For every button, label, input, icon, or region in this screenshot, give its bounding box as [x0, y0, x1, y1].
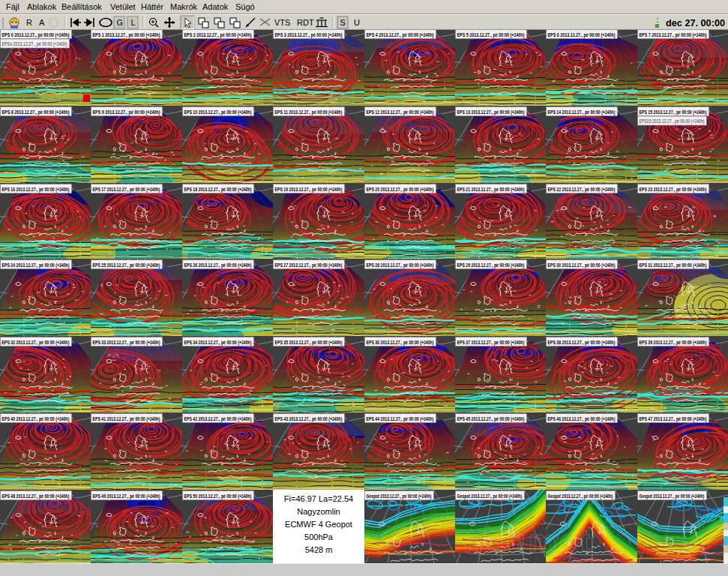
svg-text:EPS 18 2013.12.27., pé 00:00 (: EPS 18 2013.12.27., pé 00:00 (+240h)	[184, 186, 252, 193]
svg-text:EPS 23 2013.12.27., pé 00:00 (: EPS 23 2013.12.27., pé 00:00 (+240h)	[640, 186, 707, 193]
svg-text:EPS 31 2013.12.27., pé 00:00 (: EPS 31 2013.12.27., pé 00:00 (+240h)	[640, 262, 707, 268]
svg-text:EPS 45 2013.12.27., pé 00:00 (: EPS 45 2013.12.27., pé 00:00 (+240h)	[457, 416, 525, 422]
svg-text:EPS 0 2013.12.27., pé 00:00 (+: EPS 0 2013.12.27., pé 00:00 (+240h)	[2, 32, 70, 38]
svg-text:dec 27. 00:00: dec 27. 00:00	[666, 18, 725, 28]
svg-text:EPS 4 2013.12.27., pé 00:00 (+: EPS 4 2013.12.27., pé 00:00 (+240h)	[367, 32, 434, 38]
svg-text:EPS 40 2013.12.27., pé 00:00 (: EPS 40 2013.12.27., pé 00:00 (+240h)	[2, 416, 70, 422]
svg-text:EPS 15 2013.12.27., pé 00:00 (: EPS 15 2013.12.27., pé 00:00 (+240h)	[640, 109, 707, 116]
svg-text:EPS 5 2013.12.27., pé 00:00 (+: EPS 5 2013.12.27., pé 00:00 (+240h)	[457, 32, 525, 38]
svg-text:EPS 26 2013.12.27., pé 00:00 (: EPS 26 2013.12.27., pé 00:00 (+240h)	[184, 262, 252, 268]
svg-text:EPS 6 2013.12.27., pé 00:00 (+: EPS 6 2013.12.27., pé 00:00 (+240h)	[548, 32, 616, 38]
svg-text:EPS 32 2013.12.27., pé 00:00 (: EPS 32 2013.12.27., pé 00:00 (+240h)	[2, 339, 70, 346]
svg-text:U: U	[354, 18, 360, 27]
svg-text:EPS 48 2013.12.27., pé 00:00 (: EPS 48 2013.12.27., pé 00:00 (+240h)	[2, 493, 70, 500]
svg-text:S: S	[340, 18, 346, 27]
svg-text:EPS 39 2013.12.27., pé 00:00 (: EPS 39 2013.12.27., pé 00:00 (+240h)	[640, 339, 707, 346]
svg-text:EPS 38 2013.12.27., pé 00:00 (: EPS 38 2013.12.27., pé 00:00 (+240h)	[548, 339, 616, 346]
svg-text:EPS 19 2013.12.27., pé 00:00 (: EPS 19 2013.12.27., pé 00:00 (+240h)	[275, 186, 343, 193]
svg-text:EPS 14 2013.12.27., pé 00:00 (: EPS 14 2013.12.27., pé 00:00 (+240h)	[548, 109, 616, 116]
svg-text:R: R	[26, 18, 32, 27]
svg-text:EPS 24 2013.12.27., pé 00:00 (: EPS 24 2013.12.27., pé 00:00 (+240h)	[2, 262, 70, 268]
svg-text:Geopot 2013.12.27., pé 00:00 (: Geopot 2013.12.27., pé 00:00 (+240h)	[548, 493, 613, 500]
svg-text:EPS 44 2013.12.27., pé 00:00 (: EPS 44 2013.12.27., pé 00:00 (+240h)	[367, 416, 434, 422]
svg-text:EPS 47 2013.12.27., pé 00:00 (: EPS 47 2013.12.27., pé 00:00 (+240h)	[640, 416, 707, 422]
svg-text:EPS 28 2013.12.27., pé 00:00 (: EPS 28 2013.12.27., pé 00:00 (+240h)	[367, 262, 434, 268]
svg-text:EPS 20 2013.12.27., pé 00:00 (: EPS 20 2013.12.27., pé 00:00 (+240h)	[367, 186, 434, 193]
svg-text:EPS 16 2013.12.27., pé 00:00 (: EPS 16 2013.12.27., pé 00:00 (+240h)	[2, 186, 70, 193]
svg-text:EPS 17 2013.12.27., pé 00:00 (: EPS 17 2013.12.27., pé 00:00 (+240h)	[93, 186, 160, 193]
svg-text:Geopot 2013.12.27., pé 00:00 (: Geopot 2013.12.27., pé 00:00 (+240h)	[457, 493, 523, 500]
svg-text:EPS 25 2013.12.27., pé 00:00 (: EPS 25 2013.12.27., pé 00:00 (+240h)	[93, 262, 160, 268]
svg-text:EPS 13 2013.12.27., pé 00:00 (: EPS 13 2013.12.27., pé 00:00 (+240h)	[457, 109, 525, 116]
svg-text:EPS 46 2013.12.27., pé 00:00 (: EPS 46 2013.12.27., pé 00:00 (+240h)	[548, 416, 616, 422]
svg-text:RDT: RDT	[297, 18, 314, 27]
svg-text:EPS 34 2013.12.27., pé 00:00 (: EPS 34 2013.12.27., pé 00:00 (+240h)	[184, 339, 252, 346]
svg-text:Geopot 2013.12.27., pé 00:00 (: Geopot 2013.12.27., pé 00:00 (+240h)	[640, 493, 705, 500]
svg-text:EPS15 2013.12.27., pé 00:00 (+: EPS15 2013.12.27., pé 00:00 (+240h)	[640, 118, 705, 124]
svg-text:EPS 10 2013.12.27., pé 00:00 (: EPS 10 2013.12.27., pé 00:00 (+240h)	[184, 109, 252, 116]
svg-text:EPS 2 2013.12.27., pé 00:00 (+: EPS 2 2013.12.27., pé 00:00 (+240h)	[184, 32, 252, 38]
svg-text:EPS 50 2013.12.27., pé 00:00 (: EPS 50 2013.12.27., pé 00:00 (+240h)	[184, 493, 252, 500]
svg-text:EPS 29 2013.12.27., pé 00:00 (: EPS 29 2013.12.27., pé 00:00 (+240h)	[457, 262, 525, 268]
svg-text:EPS 9 2013.12.27., pé 00:00 (+: EPS 9 2013.12.27., pé 00:00 (+240h)	[93, 109, 160, 116]
svg-text:EPS 12 2013.12.27., pé 00:00 (: EPS 12 2013.12.27., pé 00:00 (+240h)	[367, 109, 434, 116]
svg-text:VTS: VTS	[274, 18, 290, 27]
svg-text:EPS 7 2013.12.27., pé 00:00 (+: EPS 7 2013.12.27., pé 00:00 (+240h)	[640, 32, 707, 38]
svg-text:EPS 30 2013.12.27., pé 00:00 (: EPS 30 2013.12.27., pé 00:00 (+240h)	[548, 262, 616, 268]
svg-text:L: L	[131, 18, 136, 27]
svg-text:EPS 42 2013.12.27., pé 00:00 (: EPS 42 2013.12.27., pé 00:00 (+240h)	[184, 416, 252, 422]
svg-text:EPSo 2013.12.27., pé 00:00 (+2: EPSo 2013.12.27., pé 00:00 (+240h)	[2, 40, 67, 47]
svg-text:EPS 36 2013.12.27., pé 00:00 (: EPS 36 2013.12.27., pé 00:00 (+240h)	[367, 339, 434, 346]
svg-text:EPS 43 2013.12.27., pé 00:00 (: EPS 43 2013.12.27., pé 00:00 (+240h)	[275, 416, 343, 422]
svg-text:neumet: neumet	[463, 524, 593, 559]
svg-text:A: A	[39, 18, 45, 27]
svg-text:EPS 3 2013.12.27., pé 00:00 (+: EPS 3 2013.12.27., pé 00:00 (+240h)	[275, 32, 343, 38]
svg-text:EPS 33 2013.12.27., pé 00:00 (: EPS 33 2013.12.27., pé 00:00 (+240h)	[93, 339, 160, 346]
svg-text:EPS 35 2013.12.27., pé 00:00 (: EPS 35 2013.12.27., pé 00:00 (+240h)	[275, 339, 343, 346]
svg-text:EPS 1 2013.12.27., pé 00:00 (+: EPS 1 2013.12.27., pé 00:00 (+240h)	[93, 32, 160, 38]
svg-text:Geopot 2013.12.27., pé 00:00 (: Geopot 2013.12.27., pé 00:00 (+240h)	[367, 493, 432, 500]
svg-text:EPS 22 2013.12.27., pé 00:00 (: EPS 22 2013.12.27., pé 00:00 (+240h)	[548, 186, 616, 193]
svg-text:EPS 37 2013.12.27., pé 00:00 (: EPS 37 2013.12.27., pé 00:00 (+240h)	[457, 339, 525, 346]
svg-text:EPS 27 2013.12.27., pé 00:00 (: EPS 27 2013.12.27., pé 00:00 (+240h)	[275, 262, 343, 268]
svg-text:EPS 11 2013.12.27., pé 00:00 (: EPS 11 2013.12.27., pé 00:00 (+240h)	[275, 109, 343, 116]
svg-text:EPS 8 2013.12.27., pé 00:00 (+: EPS 8 2013.12.27., pé 00:00 (+240h)	[2, 109, 70, 116]
svg-text:EPS 41 2013.12.27., pé 00:00 (: EPS 41 2013.12.27., pé 00:00 (+240h)	[93, 416, 160, 422]
svg-text:EPS 21 2013.12.27., pé 00:00 (: EPS 21 2013.12.27., pé 00:00 (+240h)	[457, 186, 525, 193]
svg-text:EPS 49 2013.12.27., pé 00:00 (: EPS 49 2013.12.27., pé 00:00 (+240h)	[93, 493, 160, 500]
svg-text:G: G	[117, 18, 124, 27]
